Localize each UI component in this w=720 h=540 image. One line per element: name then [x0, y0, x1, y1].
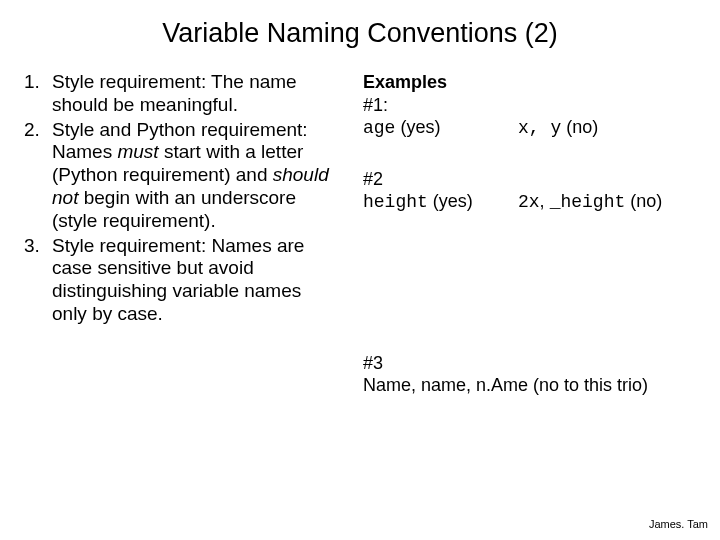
example-2-right: 2x, _height (no) [518, 190, 696, 214]
example-block-1: #1: age (yes) x, y (no) [363, 94, 696, 140]
example-2-right-tag: (no) [625, 191, 662, 211]
example-1-right-code: x, y [518, 118, 561, 138]
li1-meaningful: meaningful. [140, 94, 238, 115]
example-2-left: height (yes) [363, 190, 518, 214]
example-3-line: Name, name, n.Ame (no to this trio) [363, 374, 696, 397]
example-2-right-code2: _height [550, 192, 626, 212]
example-3-number: #3 [363, 352, 696, 375]
footer-author: James. Tam [649, 518, 708, 530]
example-1-right-tag: (no) [561, 117, 598, 137]
example-2-row: height (yes) 2x, _height (no) [363, 190, 696, 214]
example-1-left-code: age [363, 118, 395, 138]
list-item-1: Style requirement: The name should be me… [24, 71, 339, 117]
list-item-2: Style and Python requirement: Names must… [24, 119, 339, 233]
li2-mid2: begin with an underscore (style requirem… [52, 187, 296, 231]
left-column: Style requirement: The name should be me… [24, 71, 339, 397]
example-1-row: age (yes) x, y (no) [363, 116, 696, 140]
li2-must: must [117, 141, 158, 162]
example-1-right: x, y (no) [518, 116, 696, 140]
requirements-list: Style requirement: The name should be me… [24, 71, 339, 326]
example-2-left-code: height [363, 192, 428, 212]
example-1-number: #1: [363, 94, 696, 117]
example-2-right-code1: 2x [518, 192, 540, 212]
list-item-3: Style requirement: Names are case sensit… [24, 235, 339, 326]
right-column: Examples #1: age (yes) x, y (no) #2 heig… [363, 71, 696, 397]
example-1-left-tag: (yes) [395, 117, 440, 137]
example-2-number: #2 [363, 168, 696, 191]
content-columns: Style requirement: The name should be me… [24, 71, 696, 397]
example-2-right-sep: , [540, 191, 550, 211]
slide-title: Variable Naming Conventions (2) [24, 18, 696, 49]
example-block-3: #3 Name, name, n.Ame (no to this trio) [363, 352, 696, 397]
examples-heading: Examples [363, 71, 696, 94]
example-1-left: age (yes) [363, 116, 518, 140]
example-2-left-tag: (yes) [428, 191, 473, 211]
example-block-2: #2 height (yes) 2x, _height (no) [363, 168, 696, 214]
